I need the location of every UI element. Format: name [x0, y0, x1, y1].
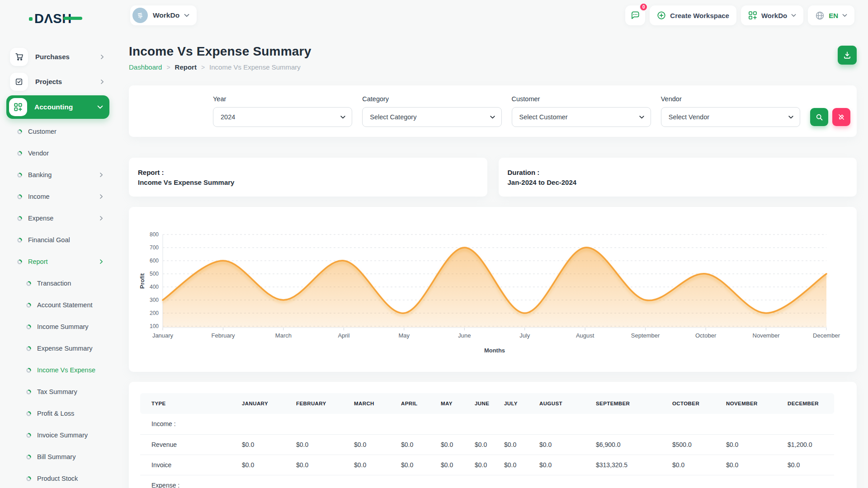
sidebar-item-label: Financial Goal	[28, 236, 104, 244]
sidebar-item-label: Transaction	[37, 280, 104, 287]
column-header-january: JANUARY	[231, 393, 285, 414]
messages-button[interactable]: 0	[625, 5, 645, 25]
sidebar-item-banking[interactable]: Banking	[6, 164, 109, 186]
chevron-right-icon	[99, 79, 105, 84]
sidebar-item-vendor[interactable]: Vendor	[6, 142, 109, 164]
bullet-icon	[17, 129, 22, 134]
bullet-icon	[17, 151, 22, 156]
sidebar-item-income-vs-expense[interactable]: Income Vs Expense	[6, 359, 109, 381]
language-label: EN	[829, 12, 838, 19]
column-header-december: DECEMBER	[776, 393, 834, 414]
svg-text:100: 100	[150, 323, 159, 329]
breadcrumb-report[interactable]: Report	[175, 63, 197, 71]
bullet-icon	[17, 194, 22, 199]
topbar-actions: 0 Create Workspace WorkDo EN	[625, 5, 854, 25]
vendor-select-value: Select Vendor	[669, 113, 709, 121]
sidebar-item-bill-summary[interactable]: Bill Summary	[6, 446, 109, 468]
breadcrumb: Dashboard>Report>Income Vs Expense Summa…	[129, 63, 311, 71]
sidebar-item-financial-goal[interactable]: Financial Goal	[6, 229, 109, 251]
row-value: $500.0	[661, 434, 715, 455]
sidebar-item-label: Report	[28, 258, 99, 265]
bullet-icon	[26, 433, 31, 438]
chevron-down-icon	[340, 114, 346, 120]
table-row-revenue: Revenue$0.0$0.0$0.0$0.0$0.0$0.0$0.0$0.0$…	[140, 434, 834, 455]
sidebar-item-account-statement[interactable]: Account Statement	[6, 294, 109, 316]
section-row-expense: Expense :	[140, 475, 834, 488]
sidebar-item-expense[interactable]: Expense	[6, 207, 109, 229]
row-value: $0.0	[528, 434, 585, 455]
sidebar-item-customer[interactable]: Customer	[6, 121, 109, 142]
sidebar-item-product-stock[interactable]: Product Stock	[6, 468, 109, 488]
duration-info-label: Duration :	[508, 169, 857, 176]
breadcrumb-dashboard[interactable]: Dashboard	[129, 63, 162, 71]
row-value: $0.0	[715, 455, 776, 475]
workspace-selector[interactable]: WorkDo	[130, 5, 197, 25]
svg-text:600: 600	[150, 258, 159, 264]
column-header-april: APRIL	[390, 393, 429, 414]
row-value: $0.0	[285, 455, 343, 475]
sidebar-item-expense-summary[interactable]: Expense Summary	[6, 338, 109, 359]
report-info-card: Report : Income Vs Expense Summary	[129, 158, 487, 197]
accounting-apps-icon	[14, 103, 23, 112]
chevron-down-icon	[791, 14, 796, 17]
checkbox-icon	[15, 78, 23, 86]
chevron-down-icon	[490, 114, 495, 120]
row-value: $313,320.5	[585, 455, 661, 475]
sidebar-item-profit-loss[interactable]: Profit & Loss	[6, 403, 109, 424]
sidebar-section-accounting[interactable]: Accounting	[6, 95, 109, 119]
year-select-value: 2024	[221, 113, 235, 121]
sidebar-item-label: Account Statement	[37, 301, 104, 309]
row-value: $0.0	[528, 455, 585, 475]
app-logo[interactable]: DΛS H	[29, 12, 116, 25]
row-value: $0.0	[463, 434, 493, 455]
sidebar-item-label: Income Summary	[37, 323, 104, 330]
bullet-icon	[17, 216, 22, 221]
sidebar-item-report[interactable]: Report	[6, 251, 109, 272]
apply-filter-button[interactable]	[810, 108, 828, 126]
filter-year: Year 2024	[213, 95, 352, 127]
chevron-right-icon	[99, 216, 104, 221]
customer-select-value: Select Customer	[519, 113, 568, 121]
language-selector[interactable]: EN	[808, 5, 854, 25]
svg-text:May: May	[399, 332, 410, 339]
bullet-icon	[26, 455, 31, 460]
plus-circle-icon	[657, 11, 666, 20]
svg-text:January: January	[152, 332, 174, 339]
sidebar-item-income-summary[interactable]: Income Summary	[6, 316, 109, 338]
filter-card: Year 2024 Category Select Category Custo…	[129, 85, 857, 137]
sidebar-item-invoice-summary[interactable]: Invoice Summary	[6, 424, 109, 446]
year-label: Year	[213, 95, 352, 103]
svg-text:July: July	[519, 332, 530, 339]
cart-icon	[15, 52, 24, 61]
category-select[interactable]: Select Category	[362, 107, 501, 127]
svg-text:200: 200	[150, 310, 159, 316]
logo-text-h: H	[62, 11, 71, 26]
download-report-button[interactable]	[838, 46, 857, 65]
vendor-select[interactable]: Select Vendor	[661, 107, 800, 127]
year-select[interactable]: 2024	[213, 107, 352, 127]
sidebar-item-purchases[interactable]: Purchases	[6, 44, 109, 69]
row-value: $1,200.0	[776, 434, 834, 455]
column-header-july: JULY	[493, 393, 528, 414]
sidebar-item-projects[interactable]: Projects	[6, 69, 109, 94]
row-value: $0.0	[429, 434, 463, 455]
chevron-down-icon	[97, 105, 103, 109]
row-value: $0.0	[390, 434, 429, 455]
customer-select[interactable]: Select Customer	[512, 107, 651, 127]
report-info-label: Report :	[138, 169, 487, 176]
create-workspace-button[interactable]: Create Workspace	[650, 5, 736, 25]
sidebar-item-tax-summary[interactable]: Tax Summary	[6, 381, 109, 403]
search-icon	[816, 113, 823, 121]
bullet-icon	[26, 281, 31, 286]
reset-filter-button[interactable]	[832, 108, 850, 126]
workdo-menu-button[interactable]: WorkDo	[741, 5, 803, 25]
sidebar-item-income[interactable]: Income	[6, 186, 109, 207]
sidebar: DΛS H PurchasesProjectsAccountingCustome…	[0, 0, 116, 488]
svg-text:February: February	[211, 332, 235, 339]
income-expense-table-card: TYPEJANUARYFEBRUARYMARCHAPRILMAYJUNEJULY…	[129, 382, 857, 488]
sidebar-item-transaction[interactable]: Transaction	[6, 272, 109, 294]
income-expense-table: TYPEJANUARYFEBRUARYMARCHAPRILMAYJUNEJULY…	[140, 393, 834, 488]
svg-text:October: October	[695, 332, 717, 339]
bullet-icon	[26, 389, 31, 394]
bullet-icon	[17, 238, 22, 243]
